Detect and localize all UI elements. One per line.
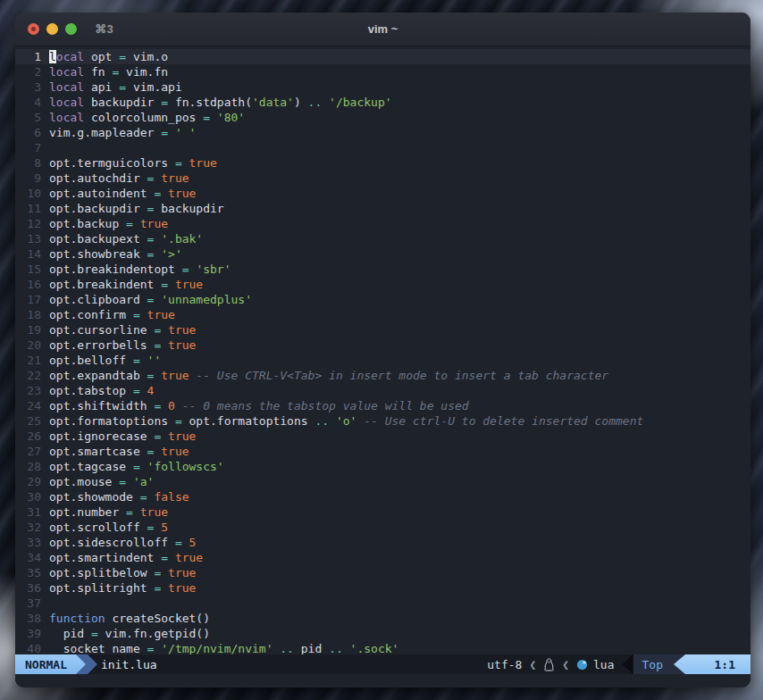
code-line[interactable]: 3local api = vim.api (15, 79, 750, 95)
code-line[interactable]: 16opt.breakindent = true (15, 277, 750, 292)
code-text: opt.errorbells = true (41, 338, 196, 353)
code-line[interactable]: 14opt.showbreak = '>' (15, 246, 750, 262)
code-line[interactable]: 23opt.tabstop = 4 (15, 383, 750, 398)
code-text: opt.termguicolors = true (41, 155, 217, 171)
code-text: opt.autoindent = true (41, 186, 196, 201)
tux-penguin-icon (543, 658, 555, 671)
code-line[interactable]: 7 (15, 140, 750, 155)
code-text: opt.smartindent = true (41, 550, 203, 565)
traffic-lights (28, 23, 77, 35)
code-text: local api = vim.api (41, 79, 182, 95)
code-line[interactable]: 27opt.smartcase = true (15, 444, 750, 459)
chevron-left-icon: ❮ (522, 658, 543, 671)
line-number: 27 (15, 444, 41, 459)
code-line[interactable]: 24opt.shiftwidth = 0 -- 0 means the tabs… (15, 398, 750, 413)
code-line[interactable]: 15opt.breakindentopt = 'sbr' (15, 262, 750, 277)
window-title: vim ~ (15, 22, 750, 36)
close-button[interactable] (28, 23, 39, 35)
line-number: 20 (15, 338, 41, 353)
line-number: 10 (15, 186, 41, 201)
code-line[interactable]: 33opt.sidescrolloff = 5 (15, 535, 750, 550)
code-line[interactable]: 35opt.splitbelow = true (15, 565, 750, 580)
code-line[interactable]: 20opt.errorbells = true (15, 338, 750, 353)
code-line[interactable]: 32opt.scrolloff = 5 (15, 520, 750, 535)
line-number: 29 (15, 474, 41, 489)
encoding-label: utf-8 (487, 658, 522, 671)
code-text: opt.shiftwidth = 0 -- 0 means the tabsto… (41, 398, 469, 413)
code-line[interactable]: 17opt.clipboard = 'unnamedplus' (15, 292, 750, 307)
code-line[interactable]: 31opt.number = true (15, 504, 750, 520)
window-titlebar[interactable]: ⌘3 vim ~ (15, 12, 750, 46)
line-number: 3 (15, 79, 41, 95)
code-line[interactable]: 26opt.ignorecase = true (15, 429, 750, 444)
code-text: opt.breakindentopt = 'sbr' (41, 262, 231, 277)
code-line[interactable]: 8opt.termguicolors = true (15, 155, 750, 171)
code-text: opt.belloff = '' (41, 353, 161, 368)
code-text: function createSocket() (41, 611, 210, 626)
code-line[interactable]: 34opt.smartindent = true (15, 550, 750, 565)
code-line[interactable]: 22opt.expandtab = true -- Use CTRL-V<Tab… (15, 368, 750, 383)
line-number: 13 (15, 231, 41, 246)
zoom-button[interactable] (65, 23, 77, 35)
code-line[interactable]: 19opt.cursorline = true (15, 322, 750, 338)
code-line[interactable]: 10opt.autoindent = true (15, 186, 750, 201)
code-text: opt.sidescrolloff = 5 (41, 535, 196, 550)
code-text: opt.number = true (41, 504, 168, 520)
code-text: opt.clipboard = 'unnamedplus' (41, 292, 252, 307)
minimize-button[interactable] (46, 23, 58, 35)
code-text: opt.mouse = 'a' (41, 474, 154, 489)
editor-area[interactable]: 1local opt = vim.o2local fn = vim.fn3loc… (15, 46, 750, 654)
code-line[interactable]: 11opt.backupdir = backupdir (15, 201, 750, 216)
code-line[interactable]: 21opt.belloff = '' (15, 353, 750, 368)
code-line[interactable]: 12opt.backup = true (15, 216, 750, 231)
code-line[interactable]: 39 pid = vim.fn.getpid() (15, 626, 750, 641)
code-text: local opt = vim.o (41, 49, 168, 64)
terminal-window: ⌘3 vim ~ 1local opt = vim.o2local fn = v… (15, 12, 750, 688)
block-cursor: l (49, 50, 56, 63)
code-text: pid = vim.fn.getpid() (41, 626, 210, 641)
code-text: opt.formatoptions = opt.formatoptions ..… (41, 413, 643, 429)
window-bottom-padding (15, 674, 750, 688)
line-number: 16 (15, 277, 41, 292)
line-number: 39 (15, 626, 41, 641)
code-line[interactable]: 37 (15, 596, 750, 611)
line-number: 22 (15, 368, 41, 383)
line-number: 11 (15, 201, 41, 216)
code-line[interactable]: 9opt.autochdir = true (15, 171, 750, 186)
code-line[interactable]: 30opt.showmode = false (15, 489, 750, 504)
code-line[interactable]: 25opt.formatoptions = opt.formatoptions … (15, 413, 750, 429)
code-line[interactable]: 29opt.mouse = 'a' (15, 474, 750, 489)
code-text: opt.splitbelow = true (41, 565, 196, 580)
line-number: 38 (15, 611, 41, 626)
code-text: opt.splitright = true (41, 580, 196, 596)
code-text: opt.breakindent = true (41, 277, 203, 292)
code-line[interactable]: 4local backupdir = fn.stdpath('data') ..… (15, 95, 750, 110)
filetype-label: lua (593, 658, 614, 671)
line-number: 12 (15, 216, 41, 231)
line-number: 30 (15, 489, 41, 504)
line-number: 19 (15, 322, 41, 338)
line-number: 14 (15, 246, 41, 262)
code-line[interactable]: 2local fn = vim.fn (15, 64, 750, 79)
code-line[interactable]: 40 socket_name = '/tmp/nvim/nvim' .. pid… (15, 641, 750, 654)
line-number: 8 (15, 155, 41, 171)
line-number: 23 (15, 383, 41, 398)
code-line[interactable]: 1local opt = vim.o (15, 49, 750, 64)
line-number: 21 (15, 353, 41, 368)
code-text: local backupdir = fn.stdpath('data') .. … (41, 95, 392, 110)
line-number: 9 (15, 171, 41, 186)
line-number: 28 (15, 459, 41, 474)
lua-logo-icon (576, 659, 588, 671)
code-line[interactable]: 18opt.confirm = true (15, 307, 750, 322)
code-line[interactable]: 36opt.splitright = true (15, 580, 750, 596)
code-line[interactable]: 28opt.tagcase = 'followscs' (15, 459, 750, 474)
code-text: opt.autochdir = true (41, 171, 189, 186)
code-text: opt.cursorline = true (41, 322, 196, 338)
code-line[interactable]: 38function createSocket() (15, 611, 750, 626)
code-line[interactable]: 5local colorcolumn_pos = '80' (15, 110, 750, 125)
code-line[interactable]: 13opt.backupext = '.bak' (15, 231, 750, 246)
code-line[interactable]: 6vim.g.mapleader = ' ' (15, 125, 750, 140)
code-text (41, 596, 49, 611)
line-number: 26 (15, 429, 41, 444)
line-number: 2 (15, 64, 41, 79)
